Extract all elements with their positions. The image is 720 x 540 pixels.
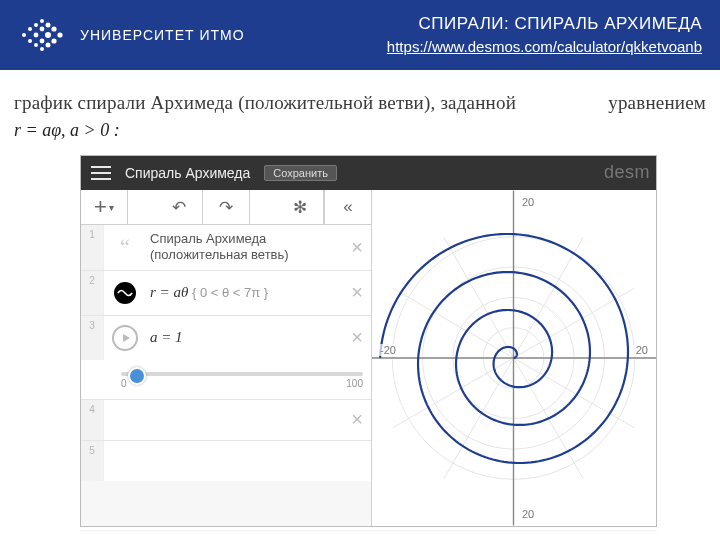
expression-text: r = aθ — [150, 284, 188, 300]
slider-thumb[interactable] — [128, 367, 146, 385]
expression-row[interactable]: 4 × — [81, 400, 371, 441]
quote-icon: “ — [112, 234, 138, 260]
close-icon[interactable]: × — [343, 326, 371, 349]
expression-domain: { 0 < θ < 7π } — [192, 285, 268, 300]
itmo-dots-icon — [18, 15, 66, 55]
svg-point-8 — [40, 39, 45, 44]
svg-point-10 — [46, 23, 51, 28]
desmos-brand: desm — [604, 162, 650, 183]
slider-max: 100 — [346, 378, 363, 389]
redo-button[interactable]: ↷ — [203, 190, 250, 224]
slide-title: СПИРАЛИ: СПИРАЛЬ АРХИМЕДА — [387, 13, 702, 36]
expression-row[interactable]: 5 — [81, 441, 371, 481]
svg-point-11 — [45, 32, 51, 38]
graph-title: Спираль Архимеда — [125, 165, 250, 181]
expression-row[interactable]: 2 r = aθ { 0 < θ < 7π } × — [81, 271, 371, 316]
svg-point-6 — [40, 19, 44, 23]
svg-point-0 — [22, 33, 26, 37]
expression-toolbar: +▾ ↶ ↷ ✻ « — [81, 190, 371, 225]
slide-title-block: СПИРАЛИ: СПИРАЛЬ АРХИМЕДА https://www.de… — [387, 13, 702, 58]
close-icon[interactable]: × — [343, 236, 371, 259]
axis-tick: 20 — [634, 344, 650, 356]
svg-line-31 — [514, 358, 635, 428]
svg-point-4 — [34, 33, 39, 38]
svg-line-22 — [514, 237, 584, 358]
axis-tick: 20 — [520, 196, 536, 208]
note-line2: (положительная ветвь) — [150, 247, 339, 263]
slide-link[interactable]: https://www.desmos.com/calculator/qkketv… — [387, 38, 702, 55]
row-number: 1 — [81, 225, 104, 270]
expression-panel: +▾ ↶ ↷ ✻ « 1 “ Спираль Архимеда (положит… — [81, 190, 372, 526]
row-number: 5 — [81, 441, 104, 481]
slide-header: УНИВЕРСИТЕТ ИТМО СПИРАЛИ: СПИРАЛЬ АРХИМЕ… — [0, 0, 720, 70]
settings-button[interactable]: ✻ — [277, 190, 324, 224]
svg-point-1 — [28, 27, 32, 31]
slider-min: 0 — [121, 378, 127, 389]
plot-area[interactable]: 20 20 -20 20 — [372, 190, 656, 526]
svg-point-15 — [57, 32, 62, 37]
equation-line: r = aφ, a > 0 : — [0, 114, 720, 155]
axis-tick: 20 — [520, 508, 536, 520]
figure-caption: график спирали Архимеда (положительной в… — [0, 70, 720, 114]
undo-button[interactable]: ↶ — [156, 190, 203, 224]
svg-line-24 — [444, 237, 514, 358]
svg-point-7 — [40, 27, 45, 32]
expression-row[interactable]: 3 a = 1 × — [81, 316, 371, 360]
svg-point-9 — [40, 47, 44, 51]
desmos-screenshot: Спираль Архимеда Сохранить desm +▾ ↶ ↷ ✻… — [80, 155, 657, 527]
svg-line-27 — [393, 358, 514, 428]
plot-color-icon[interactable] — [112, 280, 138, 306]
note-line1: Спираль Архимеда — [150, 231, 339, 247]
row-number: 4 — [81, 400, 104, 440]
axis-tick: -20 — [378, 344, 398, 356]
play-icon[interactable] — [112, 325, 138, 351]
slider[interactable]: 0 100 — [81, 360, 371, 400]
svg-point-3 — [34, 23, 38, 27]
itmo-logo: УНИВЕРСИТЕТ ИТМО — [18, 15, 245, 55]
close-icon[interactable]: × — [343, 408, 371, 431]
svg-line-25 — [393, 288, 514, 358]
desmos-topbar: Спираль Архимеда Сохранить desm — [81, 156, 656, 190]
svg-point-2 — [28, 39, 32, 43]
itmo-logo-text: УНИВЕРСИТЕТ ИТМО — [80, 27, 245, 43]
hamburger-icon[interactable] — [91, 166, 111, 180]
slider-var: a = 1 — [150, 329, 183, 345]
svg-point-14 — [51, 38, 56, 43]
close-icon[interactable]: × — [343, 281, 371, 304]
expression-row[interactable]: 1 “ Спираль Архимеда (положительная ветв… — [81, 225, 371, 271]
svg-point-12 — [46, 43, 51, 48]
row-number: 3 — [81, 316, 104, 360]
row-number: 2 — [81, 271, 104, 315]
save-button[interactable]: Сохранить — [264, 165, 337, 181]
svg-point-13 — [51, 26, 56, 31]
caption-lead: график спирали Архимеда (положительной в… — [14, 92, 516, 114]
caption-trail: уравнением — [608, 92, 706, 114]
add-expression-button[interactable]: +▾ — [81, 190, 128, 224]
collapse-panel-button[interactable]: « — [324, 190, 371, 224]
svg-point-5 — [34, 43, 38, 47]
polar-plot — [372, 190, 656, 526]
